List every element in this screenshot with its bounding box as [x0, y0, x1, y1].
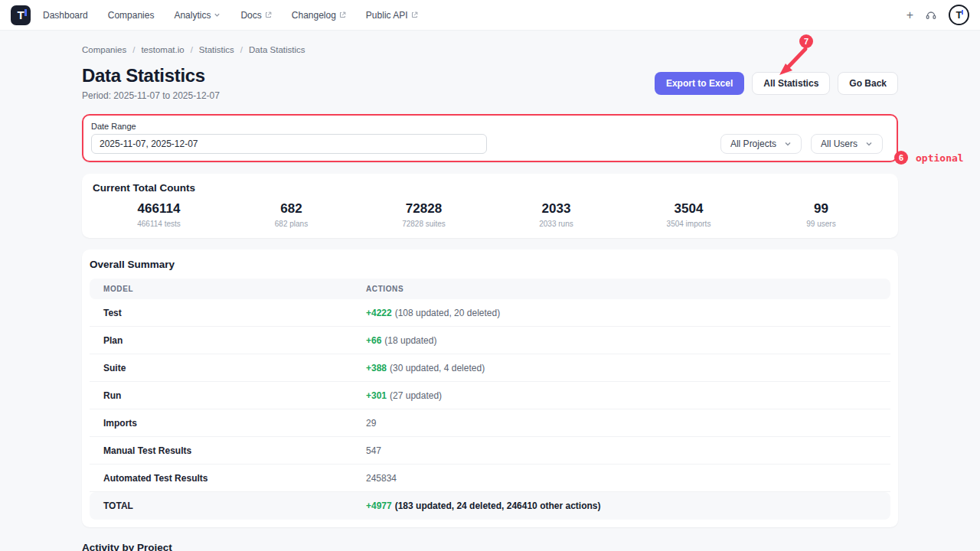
nav-links: Dashboard Companies Analytics Docs Chang…	[43, 10, 418, 21]
go-back-button[interactable]: Go Back	[838, 72, 898, 95]
stat-label: 466114 tests	[93, 220, 225, 228]
actions-cell: 547	[366, 445, 381, 456]
current-total-counts-card: Current Total Counts 466114 466114 tests…	[82, 174, 898, 238]
stat-suites: 72828 72828 suites	[358, 201, 490, 228]
nav-item-public-api[interactable]: Public API	[366, 10, 418, 21]
details-text: (108 updated, 20 deleted)	[395, 308, 500, 318]
nav-item-label: Companies	[108, 10, 155, 21]
model-cell: TOTAL	[90, 500, 366, 511]
model-cell: Plan	[90, 335, 366, 346]
table-row-test: Test +4222 (108 updated, 20 deleted)	[90, 299, 890, 327]
top-navbar: T Dashboard Companies Analytics Docs Cha…	[0, 0, 980, 31]
main-content: Companies / testomat.io / Statistics / D…	[82, 45, 898, 551]
stat-label: 682 plans	[225, 220, 358, 228]
model-cell: Run	[90, 390, 366, 401]
annotation-arrow	[772, 43, 812, 78]
actions-cell: +4222 (108 updated, 20 deleted)	[366, 308, 500, 318]
nav-item-docs[interactable]: Docs	[240, 10, 271, 21]
stat-label: 72828 suites	[358, 220, 490, 228]
actions-cell: +4977 (183 updated, 24 deleted, 246410 o…	[366, 500, 600, 511]
stat-value: 99	[755, 201, 887, 217]
add-button[interactable]: +	[906, 9, 913, 21]
actions-cell: 245834	[366, 473, 397, 484]
date-range-section: Date Range All Projects All Users 6 opti…	[82, 114, 898, 162]
chevron-down-icon	[865, 140, 873, 148]
table-row-automated-results: Automated Test Results 245834	[90, 465, 890, 492]
external-link-icon	[265, 11, 272, 18]
page-title-block: Data Statistics Period: 2025-11-07 to 20…	[82, 65, 220, 101]
stat-users: 99 99 users	[755, 201, 887, 228]
logo-accent	[24, 9, 27, 16]
user-avatar[interactable]: T	[949, 5, 969, 25]
details-text: (30 updated, 4 deleted)	[390, 363, 485, 373]
date-range-input[interactable]	[91, 134, 487, 154]
details-text: 245834	[366, 473, 397, 484]
table-row-suite: Suite +388 (30 updated, 4 deleted)	[90, 354, 890, 382]
table-row-plan: Plan +66 (18 updated)	[90, 327, 890, 354]
projects-dropdown-label: All Projects	[730, 139, 776, 149]
actions-cell: +388 (30 updated, 4 deleted)	[366, 363, 485, 373]
navbar-right: + T	[906, 5, 969, 25]
actions-cell: +301 (27 updated)	[366, 390, 442, 401]
table-row-run: Run +301 (27 updated)	[90, 382, 890, 409]
breadcrumb-companies[interactable]: Companies	[82, 45, 126, 54]
nav-item-companies[interactable]: Companies	[108, 10, 155, 21]
projects-dropdown[interactable]: All Projects	[720, 134, 802, 154]
filter-dropdowns: All Projects All Users	[720, 134, 883, 154]
model-cell: Automated Test Results	[90, 473, 366, 484]
totals-title: Current Total Counts	[93, 182, 887, 194]
delta-value: +66	[366, 335, 381, 346]
stat-value: 3504	[622, 201, 755, 217]
nav-item-dashboard[interactable]: Dashboard	[43, 10, 88, 21]
stat-label: 2033 runs	[490, 220, 622, 228]
breadcrumb-current: Data Statistics	[249, 45, 305, 54]
summary-table: MODEL ACTIONS Test +4222 (108 updated, 2…	[90, 279, 890, 520]
details-text: (27 updated)	[390, 390, 442, 401]
summary-title: Overall Summary	[90, 259, 890, 270]
period-text: Period: 2025-11-07 to 2025-12-07	[82, 90, 220, 101]
stat-label: 99 users	[755, 220, 887, 228]
chevron-down-icon	[784, 140, 792, 148]
nav-item-analytics[interactable]: Analytics	[174, 10, 220, 21]
breadcrumb-separator: /	[240, 45, 243, 54]
chevron-down-icon	[214, 11, 220, 18]
stat-value: 72828	[358, 201, 490, 217]
stat-label: 3504 imports	[622, 220, 755, 228]
nav-item-label: Docs	[240, 10, 261, 21]
breadcrumb-statistics[interactable]: Statistics	[199, 45, 234, 54]
delta-value: +301	[366, 390, 387, 401]
table-row-manual-results: Manual Test Results 547	[90, 437, 890, 465]
support-icon[interactable]	[925, 9, 937, 21]
model-cell: Test	[90, 308, 366, 318]
page-title: Data Statistics	[82, 65, 220, 86]
model-cell: Suite	[90, 363, 366, 373]
table-row-imports: Imports 29	[90, 409, 890, 437]
stats-row: 466114 466114 tests 682 682 plans 72828 …	[93, 201, 887, 228]
stat-runs: 2033 2033 runs	[490, 201, 622, 228]
nav-item-label: Analytics	[174, 10, 211, 21]
details-text: (183 updated, 24 deleted, 246410 other a…	[395, 500, 601, 511]
users-dropdown-label: All Users	[821, 139, 858, 149]
nav-item-label: Public API	[366, 10, 408, 21]
nav-item-changelog[interactable]: Changelog	[292, 10, 346, 21]
nav-item-label: Changelog	[292, 10, 336, 21]
activity-by-project-title: Activity by Project	[82, 542, 898, 551]
users-dropdown[interactable]: All Users	[811, 134, 883, 154]
stat-imports: 3504 3504 imports	[622, 201, 755, 228]
details-text: (18 updated)	[384, 335, 436, 346]
model-cell: Manual Test Results	[90, 445, 366, 456]
stat-value: 466114	[93, 201, 225, 217]
breadcrumb-separator: /	[191, 45, 193, 54]
stat-tests: 466114 466114 tests	[93, 201, 225, 228]
stat-value: 2033	[490, 201, 622, 217]
nav-item-label: Dashboard	[43, 10, 88, 21]
export-to-excel-button[interactable]: Export to Excel	[655, 72, 744, 95]
breadcrumb-company[interactable]: testomat.io	[141, 45, 184, 54]
app-logo[interactable]: T	[11, 5, 31, 25]
breadcrumb-separator: /	[132, 45, 135, 54]
external-link-icon	[411, 11, 418, 18]
avatar-accent	[962, 10, 963, 15]
stat-value: 682	[225, 201, 358, 217]
delta-value: +4222	[366, 308, 392, 318]
delta-value: +4977	[366, 500, 392, 511]
